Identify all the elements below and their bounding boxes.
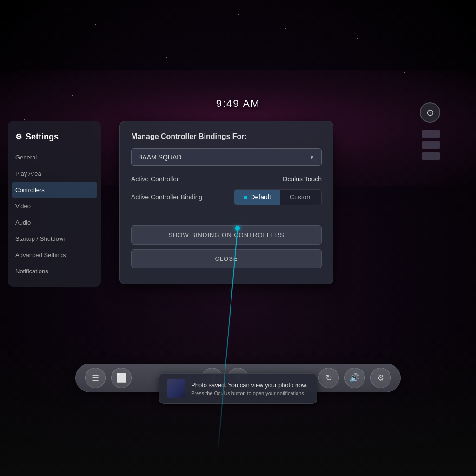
active-controller-value: Oculus Touch	[282, 175, 322, 183]
close-button[interactable]: CLOSE	[131, 249, 322, 268]
dropdown-arrow-icon: ▼	[309, 154, 315, 160]
window-icon: ⬜	[116, 373, 126, 383]
notification-thumbnail	[167, 379, 185, 398]
time-display: 9:49 AM	[216, 98, 260, 110]
toggle-dot-icon	[244, 196, 247, 199]
panel-indicator-3	[422, 152, 440, 160]
dialog-title: Manage Controller Bindings For:	[131, 132, 322, 141]
taskbar-right: ↻ 🔊 ⚙	[318, 368, 391, 388]
settings-title: ⚙ Settings	[8, 128, 101, 149]
settings-label: Settings	[26, 132, 59, 142]
sidebar-item-notifications[interactable]: Notifications	[8, 263, 101, 279]
binding-default-label: Default	[250, 193, 271, 201]
volume-icon: 🔊	[350, 373, 360, 383]
settings-panel: ⚙ Settings General Play Area Controllers…	[8, 121, 101, 287]
binding-custom-option[interactable]: Custom	[280, 190, 321, 205]
sidebar-item-audio[interactable]: Audio	[8, 214, 101, 231]
game-dropdown[interactable]: BAAM SQUAD ▼	[131, 148, 322, 166]
taskbar-left: ☰ ⬜	[85, 368, 132, 388]
volume-button[interactable]: 🔊	[344, 368, 365, 388]
active-binding-label: Active Controller Binding	[131, 193, 202, 201]
controller-bindings-dialog: Manage Controller Bindings For: BAAM SQU…	[119, 121, 333, 284]
menu-button[interactable]: ☰	[85, 368, 106, 388]
settings-taskbar-button[interactable]: ⚙	[370, 368, 391, 388]
notification-toast: Photo saved. You can view your photo now…	[159, 373, 317, 404]
settings-gear-icon: ⚙	[15, 132, 22, 141]
sidebar-item-general[interactable]: General	[8, 149, 101, 165]
active-binding-row: Active Controller Binding Default Custom	[131, 189, 322, 205]
sidebar-item-controllers[interactable]: Controllers	[12, 182, 97, 198]
active-controller-label: Active Controller	[131, 175, 179, 183]
binding-toggle-group: Default Custom	[234, 189, 322, 205]
steam-icon: ⊙	[426, 107, 434, 118]
ui-panel-area: 9:49 AM ⊙ ⚙ Settings General Play Area C…	[64, 121, 412, 284]
sidebar-item-play-area[interactable]: Play Area	[8, 165, 101, 182]
binding-default-option[interactable]: Default	[234, 190, 280, 205]
binding-custom-label: Custom	[290, 193, 312, 201]
sidebar-item-advanced-settings[interactable]: Advanced Settings	[8, 247, 101, 263]
settings-icon: ⚙	[377, 373, 384, 383]
right-panel-indicators	[422, 130, 440, 160]
sidebar-item-video[interactable]: Video	[8, 198, 101, 214]
sidebar-item-startup-shutdown[interactable]: Startup / Shutdown	[8, 231, 101, 247]
menu-icon: ☰	[92, 373, 99, 383]
notification-text-area: Photo saved. You can view your photo now…	[191, 382, 309, 396]
panel-indicator-2	[422, 141, 440, 149]
window-button[interactable]: ⬜	[111, 368, 132, 388]
refresh-icon: ↻	[325, 373, 332, 383]
game-dropdown-value: BAAM SQUAD	[138, 153, 181, 161]
notification-main-text: Photo saved. You can view your photo now…	[191, 382, 309, 389]
active-controller-row: Active Controller Oculus Touch	[131, 175, 322, 183]
refresh-button[interactable]: ↻	[318, 368, 339, 388]
steam-button[interactable]: ⊙	[420, 102, 440, 123]
show-binding-button[interactable]: SHOW BINDING ON CONTROLLERS	[131, 225, 322, 245]
notification-sub-text: Press the Oculus button to open your not…	[191, 390, 309, 396]
panel-indicator-1	[422, 130, 440, 138]
